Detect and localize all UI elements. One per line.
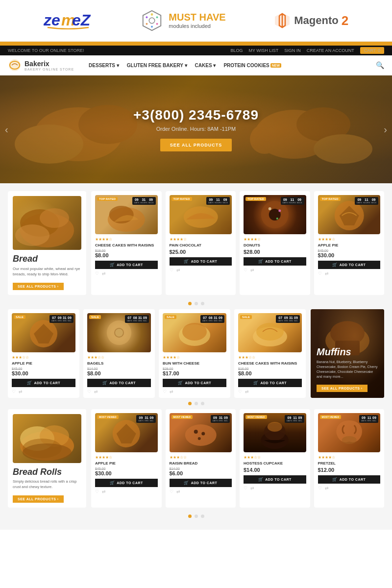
search-icon[interactable]: 🔍 [376, 61, 384, 69]
compare-icon[interactable]: ⇄ [250, 486, 254, 490]
wishlist-icon[interactable]: ♡ [244, 486, 247, 490]
compare-icon[interactable]: ⇄ [250, 268, 254, 272]
compare-icon[interactable]: ⇄ [170, 389, 173, 394]
add-to-cart-button[interactable]: 🛒 ADD TO CART [163, 379, 226, 387]
top-badge: TOP RATED [245, 197, 266, 201]
nav-gluten-free[interactable]: GLUTEN FREE BAKERY ▾ [127, 63, 187, 68]
bread-category-image [13, 196, 81, 250]
product-actions: ♡ ⇄ [170, 268, 232, 272]
dot-1[interactable] [188, 402, 192, 405]
compare-icon[interactable]: ⇄ [19, 389, 23, 394]
nav-desserts[interactable]: DESSERTS ▾ [89, 63, 119, 68]
svg-point-52 [201, 432, 205, 436]
product-actions: ♡ ⇄ [318, 271, 381, 276]
compare-icon[interactable]: ⇄ [176, 489, 180, 494]
add-to-cart-button[interactable]: 🛒 ADD TO CART [12, 379, 75, 387]
add-to-cart-button[interactable]: 🛒 ADD TO CART [244, 257, 306, 266]
see-all-muffins-button[interactable]: SEE ALL PRODUCTS › [317, 385, 368, 392]
add-to-cart-button[interactable]: 🛒 ADD TO CART [170, 257, 232, 266]
timer-badge: 07DAYS 08HRS 31MIN 09SEC [125, 315, 149, 323]
top-badge: TOP RATED [320, 197, 341, 201]
sale-badge: SALE [89, 315, 101, 319]
zemes-logo[interactable]: ze m eZ [44, 12, 93, 29]
add-to-cart-button[interactable]: 🛒 ADD TO CART [87, 379, 151, 387]
product-price: $8.00 [95, 252, 158, 258]
brand-sub: BAKERY ONLINE STORE [24, 68, 74, 71]
timer-badge: 09DAYS 11HOURS 09SECS [355, 197, 378, 205]
product-stars: ★★★★☆ [318, 455, 381, 460]
compare-icon[interactable]: ⇄ [102, 489, 106, 494]
add-to-cart-button[interactable]: 🛒 ADD TO CART [238, 379, 302, 387]
product-stars: ★★★☆☆ [12, 355, 75, 360]
compare-icon[interactable]: ⇄ [245, 389, 249, 394]
create-account-link[interactable]: CREATE AN ACCOUNT [307, 48, 354, 53]
wishlist-icon[interactable]: ♡ [12, 389, 16, 394]
dot-1[interactable] [188, 302, 192, 305]
svg-point-50 [185, 424, 216, 446]
nav-search[interactable]: 🔍 [376, 61, 384, 70]
compare-icon[interactable]: ⇄ [176, 268, 180, 272]
cart-icon: 🛒 [110, 481, 115, 485]
cart-button[interactable]: CART: 0 [360, 47, 384, 54]
wishlist-icon[interactable]: ♡ [238, 389, 242, 394]
hero-prev-arrow[interactable]: ‹ [5, 124, 8, 135]
section1-products-grid: TOP RATED 09DAYS 31HOURS 09SECS ★★★★☆ CH… [91, 191, 384, 295]
wishlist-icon[interactable]: ♡ [318, 271, 322, 276]
wishlist-icon[interactable]: ♡ [244, 268, 247, 272]
dot-2[interactable] [195, 402, 198, 405]
magento-logo[interactable]: Magento 2 [273, 12, 348, 29]
product-name: CHEESE CAKES WITH RAISINS [95, 243, 158, 247]
wishlist-icon[interactable]: ♡ [95, 271, 99, 276]
add-to-cart-button[interactable]: 🛒 ADD TO CART [318, 261, 381, 269]
compare-icon[interactable]: ⇄ [325, 486, 329, 490]
product-price-old: $14.00 [87, 367, 151, 370]
blog-link[interactable]: BLOG [230, 48, 243, 53]
add-to-cart-button[interactable]: 🛒 ADD TO CART [318, 475, 381, 484]
topbar-links: BLOG MY WISH LIST SIGN IN CREATE AN ACCO… [230, 47, 384, 54]
timer-badge: 09DAYS 31HOURS 09SECS [132, 197, 156, 205]
dot-2[interactable] [195, 302, 198, 305]
nav-cakes[interactable]: CAKES ▾ [195, 63, 216, 68]
see-all-bread-button[interactable]: SEE ALL PRODUCTS › [13, 283, 64, 290]
store-brand[interactable]: Bakerix BAKERY ONLINE STORE [8, 58, 74, 72]
wishlist-icon[interactable]: ♡ [170, 489, 173, 494]
wishlist-icon[interactable]: ♡ [163, 389, 167, 394]
see-all-bread-rolls-button[interactable]: SEE ALL PRODUCTS › [13, 495, 64, 503]
product-name: APPLE PIE [318, 243, 381, 247]
add-to-cart-button[interactable]: 🛒 ADD TO CART [95, 479, 158, 487]
hero-cta-button[interactable]: SEE ALL PRODUCTS [160, 139, 232, 151]
add-to-cart-button[interactable]: 🛒 ADD TO CART [170, 479, 232, 487]
dot-2[interactable] [195, 514, 198, 518]
add-to-cart-label: ADD TO CART [34, 381, 60, 385]
category-desc: Our most popular white, wheat and rye br… [13, 266, 81, 277]
product-stars: ★★★☆☆ [238, 355, 302, 360]
wishlist-icon[interactable]: ♡ [95, 489, 99, 494]
bread-rolls-image [13, 414, 81, 463]
product-image-cheese-cakes-sale: SALE 07DAYS 09HRS 31MIN 09SEC [238, 313, 302, 352]
bread-category-card: Bread Our most popular white, wheat and … [8, 191, 86, 295]
compare-icon[interactable]: ⇄ [94, 389, 98, 394]
hero-next-arrow[interactable]: › [384, 124, 387, 135]
wishlist-icon[interactable]: ♡ [318, 486, 322, 490]
product-price-old: $18.00 [95, 249, 158, 252]
dot-3[interactable] [201, 302, 204, 305]
svg-point-10 [146, 16, 148, 18]
compare-icon[interactable]: ⇄ [102, 271, 106, 276]
wishlist-icon[interactable]: ♡ [170, 268, 173, 272]
product-pain-chocolat: TOP RATED 09DAYS 11HOURS 09SECS ★★★★☆ PA… [166, 191, 236, 295]
product-donuts: TOP RATED 09DAYS 11HOURS 09SECS ★★★★☆ [240, 191, 310, 295]
dot-3[interactable] [201, 402, 204, 405]
add-to-cart-button[interactable]: 🛒 ADD TO CART [95, 261, 158, 269]
dot-1[interactable] [188, 514, 192, 518]
wishlist-icon[interactable]: ♡ [87, 389, 91, 394]
add-to-cart-button[interactable]: 🛒 ADD TO CART [244, 475, 306, 484]
product-price: $28.00 [244, 249, 306, 255]
compare-icon[interactable]: ⇄ [325, 271, 329, 276]
nav-protein[interactable]: PROTEIN COOKIES NEW [223, 63, 281, 68]
dot-3[interactable] [201, 514, 204, 518]
signin-link[interactable]: SIGN IN [284, 48, 301, 53]
svg-text:eZ: eZ [72, 12, 91, 29]
svg-point-4 [149, 18, 155, 24]
product-hostess-cupcake: MOST VIEWED 09DAYS 11HRS 09SEC ★★★☆☆ HOS… [240, 409, 310, 508]
wishlist-link[interactable]: MY WISH LIST [248, 48, 278, 53]
